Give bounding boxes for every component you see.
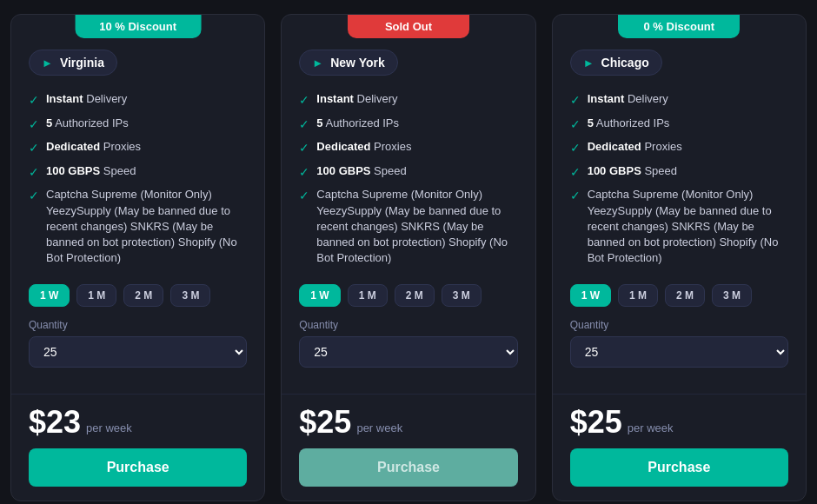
feature-item-2-1: ✓5 Authorized IPs (570, 116, 788, 134)
feature-text: Captcha Supreme (Monitor Only) YeezySupp… (588, 187, 788, 266)
period-btn-1-w-2[interactable]: 1 W (570, 284, 611, 307)
check-icon: ✓ (570, 92, 581, 109)
feature-item-2-3: ✓100 GBPS Speed (570, 163, 788, 182)
period-btn-1-m-2[interactable]: 1 M (618, 284, 658, 307)
feature-item-1-1: ✓5 Authorized IPs (299, 116, 517, 134)
location-badge-2: ►Chicago (570, 50, 662, 76)
price-row-1: $25per week (282, 394, 535, 438)
feature-text: 5 Authorized IPs (588, 116, 670, 131)
feature-text: 100 GBPS Speed (588, 163, 677, 179)
period-btn-3-m-1[interactable]: 3 M (442, 284, 482, 307)
ribbon-0: 10 % Discount (75, 15, 201, 38)
features-0: ✓Instant Delivery✓5 Authorized IPs✓Dedic… (29, 91, 247, 272)
ribbon-2: 0 % Discount (618, 15, 740, 38)
check-icon: ✓ (570, 116, 581, 134)
features-2: ✓Instant Delivery✓5 Authorized IPs✓Dedic… (570, 91, 788, 272)
feature-item-2-4: ✓Captcha Supreme (Monitor Only) YeezySup… (570, 187, 788, 266)
price-amount-1: $25 (299, 407, 351, 438)
feature-text: Instant Delivery (46, 91, 127, 107)
check-icon: ✓ (299, 164, 309, 182)
price-row-2: $25per week (553, 394, 806, 438)
period-btn-2-m-1[interactable]: 2 M (395, 284, 435, 307)
check-icon: ✓ (29, 92, 39, 109)
check-icon: ✓ (299, 116, 309, 134)
card-body-1: ►New York✓Instant Delivery✓5 Authorized … (282, 15, 535, 394)
price-amount-0: $23 (29, 407, 81, 438)
feature-item-2-0: ✓Instant Delivery (570, 91, 788, 109)
check-icon: ✓ (299, 92, 309, 109)
check-icon: ✓ (299, 140, 309, 157)
check-icon: ✓ (29, 116, 39, 134)
price-period-0: per week (86, 421, 132, 434)
check-icon: ✓ (29, 164, 39, 182)
purchase-button-2[interactable]: Purchase (570, 448, 788, 487)
card-1: Sold Out►New York✓Instant Delivery✓5 Aut… (281, 14, 535, 501)
card-footer-1: $25per weekPurchase (282, 394, 535, 501)
period-btn-2-m-0[interactable]: 2 M (123, 284, 163, 307)
feature-text: Dedicated Proxies (46, 139, 141, 155)
price-period-2: per week (628, 421, 674, 434)
card-body-0: ►Virginia✓Instant Delivery✓5 Authorized … (11, 15, 264, 394)
period-btn-3-m-2[interactable]: 3 M (712, 284, 752, 307)
quantity-label-2: Quantity (570, 319, 788, 331)
feature-text: Dedicated Proxies (316, 139, 411, 155)
location-icon: ► (312, 56, 323, 70)
period-btn-2-m-2[interactable]: 2 M (665, 284, 705, 307)
feature-item-0-4: ✓Captcha Supreme (Monitor Only) YeezySup… (29, 187, 247, 266)
ribbon-1: Sold Out (348, 15, 469, 38)
period-btn-1-w-1[interactable]: 1 W (299, 284, 340, 307)
quantity-select-0[interactable]: 255075100 (29, 336, 247, 368)
period-btn-1-m-1[interactable]: 1 M (348, 284, 388, 307)
location-name-0: Virginia (60, 56, 104, 70)
cards-container: 10 % Discount►Virginia✓Instant Delivery✓… (10, 14, 807, 501)
card-footer-2: $25per weekPurchase (553, 394, 806, 501)
check-icon: ✓ (570, 164, 581, 182)
quantity-select-1[interactable]: 255075100 (299, 336, 517, 368)
location-badge-0: ►Virginia (29, 50, 117, 76)
card-body-2: ►Chicago✓Instant Delivery✓5 Authorized I… (553, 15, 806, 394)
purchase-button-1: Purchase (299, 448, 517, 487)
feature-text: 5 Authorized IPs (316, 116, 399, 131)
period-selector-0: 1 W1 M2 M3 M (29, 284, 247, 307)
price-row-0: $23per week (11, 394, 264, 438)
feature-item-0-3: ✓100 GBPS Speed (29, 163, 247, 182)
features-1: ✓Instant Delivery✓5 Authorized IPs✓Dedic… (299, 91, 517, 272)
location-badge-1: ►New York (299, 50, 397, 76)
feature-item-1-2: ✓Dedicated Proxies (299, 139, 517, 157)
check-icon: ✓ (570, 188, 581, 205)
price-amount-2: $25 (570, 407, 622, 438)
feature-text: Captcha Supreme (Monitor Only) YeezySupp… (316, 187, 517, 266)
period-btn-1-w-0[interactable]: 1 W (29, 284, 70, 307)
feature-item-0-1: ✓5 Authorized IPs (29, 116, 247, 134)
location-icon: ► (583, 56, 594, 70)
check-icon: ✓ (29, 188, 39, 205)
feature-item-1-0: ✓Instant Delivery (299, 91, 517, 109)
purchase-button-0[interactable]: Purchase (29, 448, 247, 487)
card-footer-0: $23per weekPurchase (11, 394, 264, 501)
feature-text: Instant Delivery (316, 91, 397, 107)
feature-text: Instant Delivery (588, 91, 668, 107)
quantity-select-2[interactable]: 255075100 (570, 336, 788, 368)
feature-item-1-3: ✓100 GBPS Speed (299, 163, 517, 182)
price-period-1: per week (356, 421, 402, 434)
quantity-label-0: Quantity (29, 319, 247, 331)
period-selector-1: 1 W1 M2 M3 M (299, 284, 517, 307)
feature-text: Dedicated Proxies (588, 139, 682, 155)
quantity-label-1: Quantity (299, 319, 517, 331)
check-icon: ✓ (29, 140, 39, 157)
feature-item-0-0: ✓Instant Delivery (29, 91, 247, 109)
feature-text: 5 Authorized IPs (46, 116, 129, 131)
card-0: 10 % Discount►Virginia✓Instant Delivery✓… (10, 14, 265, 501)
period-btn-1-m-0[interactable]: 1 M (76, 284, 116, 307)
location-name-2: Chicago (601, 56, 649, 70)
period-btn-3-m-0[interactable]: 3 M (170, 284, 210, 307)
check-icon: ✓ (570, 140, 581, 157)
card-2: 0 % Discount►Chicago✓Instant Delivery✓5 … (552, 14, 807, 501)
feature-text: 100 GBPS Speed (46, 163, 136, 179)
location-name-1: New York (330, 56, 385, 70)
period-selector-2: 1 W1 M2 M3 M (570, 284, 788, 307)
location-icon: ► (42, 56, 53, 70)
check-icon: ✓ (299, 188, 309, 205)
feature-item-1-4: ✓Captcha Supreme (Monitor Only) YeezySup… (299, 187, 517, 266)
feature-item-2-2: ✓Dedicated Proxies (570, 139, 788, 157)
